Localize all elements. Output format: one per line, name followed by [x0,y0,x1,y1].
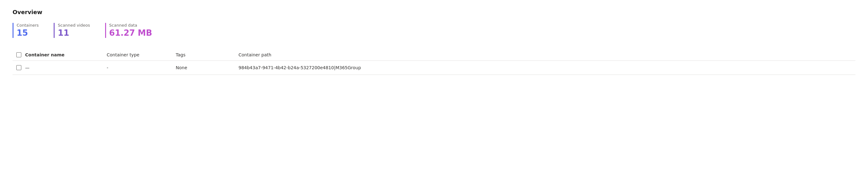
row-type: - [107,65,176,70]
header-tags: Tags [176,52,239,57]
stat-containers-value: 15 [17,28,39,38]
header-tags-label: Tags [176,52,185,57]
stat-scanned-data-label: Scanned data [109,23,152,28]
stat-containers-label: Containers [17,23,39,28]
row-path-value: 984b43a7-9471-4b42-b24a-5327200e4810|M36… [239,65,361,70]
page-container: Overview Containers 15 Scanned videos 11… [0,0,868,84]
row-checkbox-col [12,65,25,70]
stat-scanned-data: Scanned data 61.27 MB [105,23,152,38]
header-type: Container type [107,52,176,57]
header-type-label: Container type [107,52,140,57]
row-path: 984b43a7-9471-4b42-b24a-5327200e4810|M36… [239,65,856,70]
row-name: — [25,65,107,70]
stat-scanned-videos-value: 11 [58,28,90,38]
table-row: — - None 984b43a7-9471-4b42-b24a-5327200… [12,61,856,75]
stat-scanned-videos: Scanned videos 11 [54,23,90,38]
header-path-label: Container path [239,52,272,57]
row-name-value: — [25,65,30,70]
header-path: Container path [239,52,856,57]
stat-scanned-data-value: 61.27 MB [109,28,152,38]
row-checkbox[interactable] [16,65,21,70]
stats-row: Containers 15 Scanned videos 11 Scanned … [12,23,856,38]
row-type-value: - [107,65,108,70]
header-checkbox-col [12,52,25,57]
row-tags-value: None [176,65,187,70]
table-header-row: Container name Container type Tags Conta… [12,49,856,61]
row-tags: None [176,65,239,70]
stat-scanned-videos-label: Scanned videos [58,23,90,28]
select-all-checkbox[interactable] [16,52,21,57]
header-name-label: Container name [25,52,65,57]
header-name: Container name [25,52,107,57]
page-title: Overview [12,9,856,15]
stat-containers: Containers 15 [12,23,39,38]
containers-table: Container name Container type Tags Conta… [12,49,856,75]
